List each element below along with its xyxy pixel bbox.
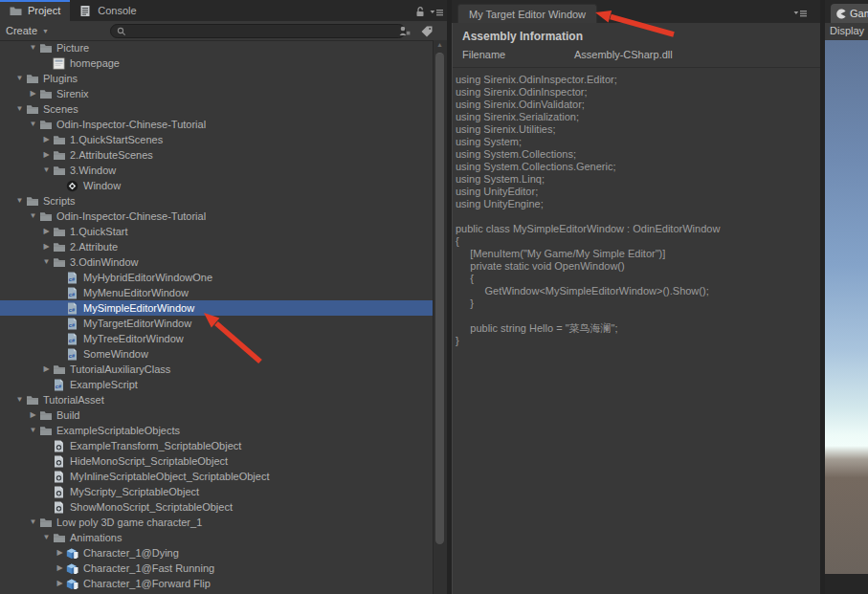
cs-icon: c# xyxy=(66,318,79,330)
foldout-expanded-icon[interactable]: ▼ xyxy=(13,71,26,86)
tab-game[interactable]: Gam xyxy=(831,4,868,23)
tree-item-2-attributescenes[interactable]: ▶2.AttributeScenes xyxy=(0,147,434,163)
folder-icon xyxy=(53,134,66,146)
foldout-expanded-icon[interactable]: ▼ xyxy=(27,423,39,438)
foldout-collapsed-icon[interactable]: ▶ xyxy=(54,561,66,576)
tree-item-odin-inspector-chinese-tutorial[interactable]: ▼Odin-Inspector-Chinese-Tutorial xyxy=(0,117,434,132)
foldout-collapsed-icon[interactable]: ▶ xyxy=(40,132,53,147)
tree-item-1-quickstart[interactable]: ▶1.QuickStart xyxy=(0,224,434,239)
tree-item-myhybrideditorwindowone[interactable]: c#MyHybridEditorWindowOne xyxy=(0,270,434,285)
tree-item-examplescript[interactable]: c#ExampleScript xyxy=(0,377,434,392)
tree-item-label: MyTreeEditorWindow xyxy=(83,333,184,344)
foldout-expanded-icon[interactable]: ▼ xyxy=(40,254,53,270)
game-panel: Gam Display xyxy=(825,0,868,594)
tree-item-label: MyInlineScriptableObject_ScriptableObjec… xyxy=(70,471,270,482)
foldout-expanded-icon[interactable]: ▼ xyxy=(40,163,53,178)
tree-item-2-attribute[interactable]: ▶2.Attribute xyxy=(0,239,434,254)
tree-item-label: TutorialAuxiliaryClass xyxy=(70,363,170,375)
tree-item-1-quickstartscenes[interactable]: ▶1.QuickStartScenes xyxy=(0,132,434,147)
tree-item-scenes[interactable]: ▼Scenes xyxy=(0,101,434,117)
tree-item-examplescriptableobjects[interactable]: ▼ExampleScriptableObjects xyxy=(0,423,434,438)
foldout-collapsed-icon[interactable]: ▶ xyxy=(40,239,53,254)
foldout-collapsed-icon[interactable]: ▶ xyxy=(40,224,53,239)
scroll-up-icon[interactable]: ▲ xyxy=(434,41,446,48)
foldout-collapsed-icon[interactable]: ▶ xyxy=(40,147,53,163)
tree-item-label: 3.OdinWindow xyxy=(70,256,139,268)
tree-item-label: Odin-Inspector-Chinese-Tutorial xyxy=(56,119,206,130)
search-box[interactable] xyxy=(110,24,406,38)
folder-icon xyxy=(39,425,53,437)
tree-item-myscripty-scriptableobject[interactable]: MyScripty_ScriptableObject xyxy=(0,484,434,499)
so-icon xyxy=(53,501,66,514)
folder-icon xyxy=(39,42,53,55)
tree-item-showmonoscript-scriptableobject[interactable]: ShowMonoScript_ScriptableObject xyxy=(0,499,434,515)
tree-item-homepage[interactable]: homepage xyxy=(0,55,434,71)
tree-item-character-1-dying[interactable]: ▶Character_1@Dying xyxy=(0,545,434,561)
tab-console[interactable]: Console xyxy=(70,0,145,21)
tree-item-label: 1.QuickStartScenes xyxy=(70,134,163,145)
create-button-label: Create xyxy=(6,25,37,36)
tree-item-window[interactable]: Window xyxy=(0,178,434,193)
tree-item-mymenueditorwindow[interactable]: c#MyMenuEditorWindow xyxy=(0,285,434,300)
tab-console-label: Console xyxy=(98,5,136,16)
foldout-expanded-icon[interactable]: ▼ xyxy=(27,40,39,55)
pane-menu-icon[interactable] xyxy=(429,5,445,22)
cs-icon: c# xyxy=(66,272,79,284)
tree-item-label: Sirenix xyxy=(56,88,89,99)
svg-text:c#: c# xyxy=(69,307,76,313)
tree-item-label: Scripts xyxy=(43,195,76,207)
search-input[interactable] xyxy=(130,26,393,36)
pane-menu-icon[interactable] xyxy=(792,6,809,23)
foldout-expanded-icon[interactable]: ▼ xyxy=(13,101,26,117)
foldout-expanded-icon[interactable]: ▼ xyxy=(27,209,39,224)
folder-icon xyxy=(26,195,39,208)
tree-item-tutorialasset[interactable]: ▼TutorialAsset xyxy=(0,392,434,407)
tab-my-target-editor-window[interactable]: My Target Editor Window xyxy=(457,4,597,23)
tree-item-label: ShowMonoScript_ScriptableObject xyxy=(70,501,233,513)
foldout-expanded-icon[interactable]: ▼ xyxy=(27,515,39,530)
tree-item-sirenix[interactable]: ▶Sirenix xyxy=(0,86,434,101)
project-scrollbar[interactable]: ▲ xyxy=(433,40,447,594)
console-icon xyxy=(79,5,93,17)
lock-icon[interactable] xyxy=(414,5,426,22)
tab-project[interactable]: Project xyxy=(0,0,70,21)
create-button[interactable]: Create ▼ xyxy=(6,23,49,38)
tree-item-plugins[interactable]: ▼Plugins xyxy=(0,71,434,86)
tree-item-3-window[interactable]: ▼3.Window xyxy=(0,163,434,178)
tree-item-animations[interactable]: ▼Animations xyxy=(0,530,434,545)
display-dropdown[interactable]: Display xyxy=(830,25,864,36)
code-line: using UnityEngine; xyxy=(456,198,820,210)
foldout-expanded-icon[interactable]: ▼ xyxy=(13,193,26,209)
scrollbar-thumb[interactable] xyxy=(435,53,444,544)
foldout-collapsed-icon[interactable]: ▶ xyxy=(40,362,53,377)
tree-item-picture[interactable]: ▼Picture xyxy=(0,40,434,55)
search-by-type-icon[interactable] xyxy=(398,24,412,41)
annotation-arrow-selected-script xyxy=(194,304,271,371)
tree-item-character-1-fast-running[interactable]: ▶Character_1@Fast Running xyxy=(0,561,434,576)
tree-item-scripts[interactable]: ▼Scripts xyxy=(0,193,434,209)
editor-content: Assembly Information Filename Assembly-C… xyxy=(452,23,820,594)
tree-item-build[interactable]: ▶Build xyxy=(0,407,434,423)
foldout-collapsed-icon[interactable]: ▶ xyxy=(54,545,66,561)
folder-icon xyxy=(53,149,66,162)
foldout-collapsed-icon[interactable]: ▶ xyxy=(27,407,39,423)
folder-icon xyxy=(53,532,66,544)
tree-item-label: Animations xyxy=(70,532,122,543)
tree-item-myinlinescriptableobject-scriptableobject[interactable]: MyInlineScriptableObject_ScriptableObjec… xyxy=(0,469,434,484)
tree-item-3-odinwindow[interactable]: ▼3.OdinWindow xyxy=(0,254,434,270)
tree-item-label: Character_1@Dying xyxy=(83,547,179,559)
foldout-collapsed-icon[interactable]: ▶ xyxy=(54,576,66,591)
tree-item-character-1-forward-flip[interactable]: ▶Character_1@Forward Flip xyxy=(0,576,434,591)
code-line: using Sirenix.Serialization; xyxy=(456,111,820,123)
foldout-collapsed-icon[interactable]: ▶ xyxy=(27,86,39,101)
foldout-expanded-icon[interactable]: ▼ xyxy=(40,530,53,545)
foldout-expanded-icon[interactable]: ▼ xyxy=(27,117,39,132)
tree-item-hidemonoscript-scriptableobject[interactable]: HideMonoScript_ScriptableObject xyxy=(0,453,434,469)
foldout-expanded-icon[interactable]: ▼ xyxy=(13,392,26,407)
tree-item-exampletransform-scriptableobject[interactable]: ExampleTransform_ScriptableObject xyxy=(0,438,434,453)
tree-item-low-poly-3d-game-character-1[interactable]: ▼Low poly 3D game character_1 xyxy=(0,515,434,530)
tree-item-label: MyTargetEditorWindow xyxy=(83,318,191,329)
search-by-label-icon[interactable] xyxy=(420,24,434,41)
tree-item-odin-inspector-chinese-tutorial[interactable]: ▼Odin-Inspector-Chinese-Tutorial xyxy=(0,209,434,224)
tree-item-label: Scenes xyxy=(43,103,78,115)
